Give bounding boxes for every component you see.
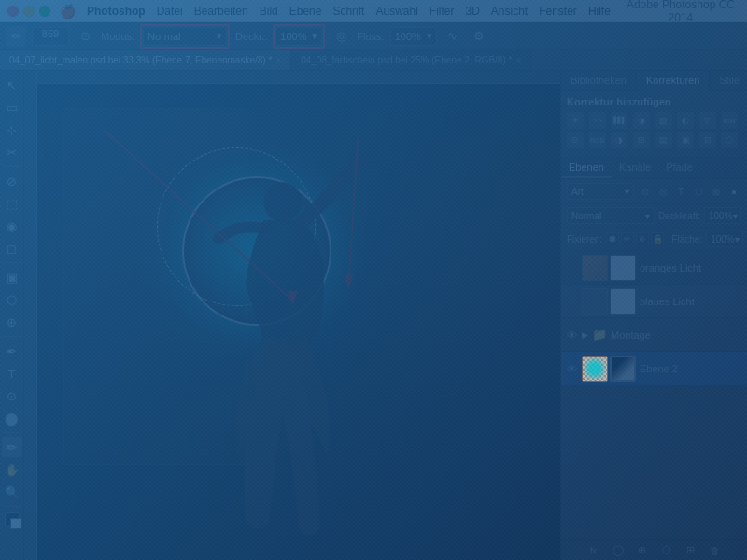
layer-thumb-ebene2 [582,356,608,382]
main-area: ↖ ▭ ⊹ ✂ ⊘ ⬚ ◉ ◻ ▣ ⬡ ⊕ ✒ T ⊙ ⬤ ✏ ✋ 🔍 [0,71,747,560]
layer-list: 👁 oranges Licht 👁 blaues Licht 👁 [561,251,747,539]
layer-thumb-blaues [582,288,608,315]
right-panel: Bibliotheken Korrekturen Stile Korrektur… [560,71,747,560]
layer-item-blaues-licht[interactable]: 👁 blaues Licht [561,285,747,318]
